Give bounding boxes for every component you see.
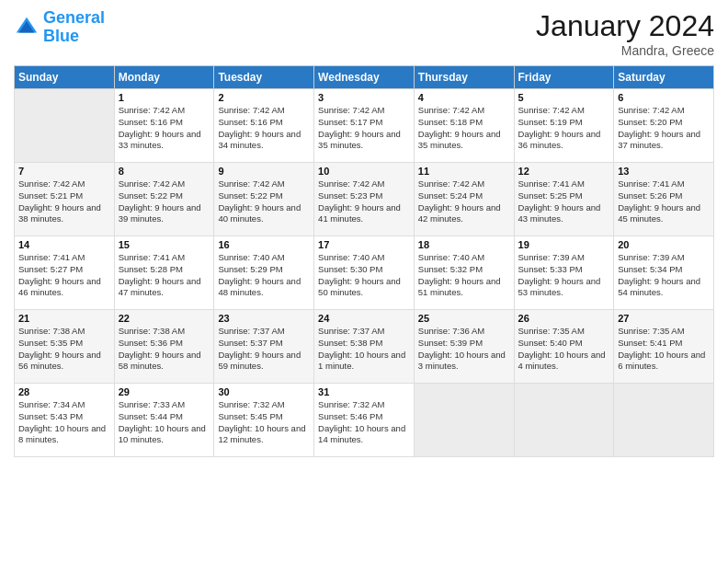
calendar-cell: 27Sunrise: 7:35 AMSunset: 5:41 PMDayligh… <box>614 310 714 384</box>
week-row-1: 1Sunrise: 7:42 AMSunset: 5:16 PMDaylight… <box>15 89 714 163</box>
calendar-cell: 12Sunrise: 7:41 AMSunset: 5:25 PMDayligh… <box>514 163 614 236</box>
day-number: 2 <box>218 92 310 103</box>
day-info: Sunrise: 7:42 AMSunset: 5:16 PMDaylight:… <box>119 105 210 152</box>
page-container: General Blue January 2024 Mandra, Greece… <box>0 0 728 466</box>
calendar-cell: 14Sunrise: 7:41 AMSunset: 5:27 PMDayligh… <box>15 236 115 310</box>
logo-blue: Blue <box>43 27 79 45</box>
day-info: Sunrise: 7:37 AMSunset: 5:37 PMDaylight:… <box>218 326 310 373</box>
day-info: Sunrise: 7:42 AMSunset: 5:22 PMDaylight:… <box>218 178 310 225</box>
calendar-cell: 5Sunrise: 7:42 AMSunset: 5:19 PMDaylight… <box>514 89 614 163</box>
day-info: Sunrise: 7:41 AMSunset: 5:28 PMDaylight:… <box>119 252 210 299</box>
logo-general: General <box>43 8 105 27</box>
day-info: Sunrise: 7:38 AMSunset: 5:35 PMDaylight:… <box>18 326 110 373</box>
calendar-cell: 3Sunrise: 7:42 AMSunset: 5:17 PMDaylight… <box>314 89 415 163</box>
day-info: Sunrise: 7:42 AMSunset: 5:16 PMDaylight:… <box>218 105 310 152</box>
calendar-cell: 6Sunrise: 7:42 AMSunset: 5:20 PMDaylight… <box>614 89 714 163</box>
day-number: 19 <box>518 239 610 250</box>
weekday-header-row: SundayMondayTuesdayWednesdayThursdayFrid… <box>15 66 714 89</box>
day-number: 4 <box>418 92 510 103</box>
day-info: Sunrise: 7:40 AMSunset: 5:32 PMDaylight:… <box>418 252 510 299</box>
day-info: Sunrise: 7:42 AMSunset: 5:23 PMDaylight:… <box>318 178 410 225</box>
day-info: Sunrise: 7:42 AMSunset: 5:21 PMDaylight:… <box>18 178 110 225</box>
calendar-cell: 20Sunrise: 7:39 AMSunset: 5:34 PMDayligh… <box>614 236 714 310</box>
logo-icon <box>14 15 40 40</box>
day-info: Sunrise: 7:35 AMSunset: 5:41 PMDaylight:… <box>618 326 710 373</box>
day-info: Sunrise: 7:38 AMSunset: 5:36 PMDaylight:… <box>119 326 210 373</box>
weekday-header-tuesday: Tuesday <box>214 66 314 89</box>
weekday-header-monday: Monday <box>114 66 214 89</box>
day-number: 3 <box>318 92 410 103</box>
location: Mandra, Greece <box>536 43 714 58</box>
day-info: Sunrise: 7:41 AMSunset: 5:25 PMDaylight:… <box>518 178 610 225</box>
calendar-cell <box>414 384 514 457</box>
week-row-2: 7Sunrise: 7:42 AMSunset: 5:21 PMDaylight… <box>15 163 714 236</box>
calendar-cell: 21Sunrise: 7:38 AMSunset: 5:35 PMDayligh… <box>15 310 115 384</box>
weekday-header-thursday: Thursday <box>414 66 514 89</box>
day-number: 30 <box>218 386 310 397</box>
day-info: Sunrise: 7:37 AMSunset: 5:38 PMDaylight:… <box>318 326 410 373</box>
calendar-cell: 8Sunrise: 7:42 AMSunset: 5:22 PMDaylight… <box>114 163 214 236</box>
calendar-cell: 7Sunrise: 7:42 AMSunset: 5:21 PMDaylight… <box>15 163 115 236</box>
day-number: 12 <box>518 166 610 177</box>
day-number: 5 <box>518 92 610 103</box>
day-number: 28 <box>18 386 110 397</box>
page-header: General Blue January 2024 Mandra, Greece <box>14 9 714 58</box>
calendar-cell: 2Sunrise: 7:42 AMSunset: 5:16 PMDaylight… <box>214 89 314 163</box>
week-row-4: 21Sunrise: 7:38 AMSunset: 5:35 PMDayligh… <box>15 310 714 384</box>
day-info: Sunrise: 7:41 AMSunset: 5:27 PMDaylight:… <box>18 252 110 299</box>
calendar-cell: 15Sunrise: 7:41 AMSunset: 5:28 PMDayligh… <box>114 236 214 310</box>
calendar-cell: 11Sunrise: 7:42 AMSunset: 5:24 PMDayligh… <box>414 163 514 236</box>
calendar-cell: 22Sunrise: 7:38 AMSunset: 5:36 PMDayligh… <box>114 310 214 384</box>
day-number: 22 <box>119 313 210 324</box>
day-number: 18 <box>418 239 510 250</box>
weekday-header-friday: Friday <box>514 66 614 89</box>
day-number: 8 <box>119 166 210 177</box>
day-info: Sunrise: 7:35 AMSunset: 5:40 PMDaylight:… <box>518 326 610 373</box>
week-row-5: 28Sunrise: 7:34 AMSunset: 5:43 PMDayligh… <box>15 384 714 457</box>
calendar-table: SundayMondayTuesdayWednesdayThursdayFrid… <box>14 65 714 457</box>
day-number: 27 <box>618 313 710 324</box>
day-info: Sunrise: 7:39 AMSunset: 5:33 PMDaylight:… <box>518 252 610 299</box>
day-info: Sunrise: 7:33 AMSunset: 5:44 PMDaylight:… <box>119 399 210 446</box>
day-number: 16 <box>218 239 310 250</box>
calendar-cell <box>614 384 714 457</box>
day-number: 26 <box>518 313 610 324</box>
day-number: 23 <box>218 313 310 324</box>
month-title: January 2024 <box>536 9 714 43</box>
day-info: Sunrise: 7:42 AMSunset: 5:22 PMDaylight:… <box>119 178 210 225</box>
day-number: 6 <box>618 92 710 103</box>
calendar-cell: 30Sunrise: 7:32 AMSunset: 5:45 PMDayligh… <box>214 384 314 457</box>
day-info: Sunrise: 7:39 AMSunset: 5:34 PMDaylight:… <box>618 252 710 299</box>
calendar-cell: 31Sunrise: 7:32 AMSunset: 5:46 PMDayligh… <box>314 384 415 457</box>
day-info: Sunrise: 7:42 AMSunset: 5:19 PMDaylight:… <box>518 105 610 152</box>
calendar-cell: 29Sunrise: 7:33 AMSunset: 5:44 PMDayligh… <box>114 384 214 457</box>
calendar-cell: 10Sunrise: 7:42 AMSunset: 5:23 PMDayligh… <box>314 163 415 236</box>
week-row-3: 14Sunrise: 7:41 AMSunset: 5:27 PMDayligh… <box>15 236 714 310</box>
day-info: Sunrise: 7:42 AMSunset: 5:18 PMDaylight:… <box>418 105 510 152</box>
calendar-cell: 4Sunrise: 7:42 AMSunset: 5:18 PMDaylight… <box>414 89 514 163</box>
day-number: 14 <box>18 239 110 250</box>
calendar-cell: 9Sunrise: 7:42 AMSunset: 5:22 PMDaylight… <box>214 163 314 236</box>
day-info: Sunrise: 7:42 AMSunset: 5:20 PMDaylight:… <box>618 105 710 152</box>
calendar-cell: 23Sunrise: 7:37 AMSunset: 5:37 PMDayligh… <box>214 310 314 384</box>
weekday-header-saturday: Saturday <box>614 66 714 89</box>
day-number: 13 <box>618 166 710 177</box>
logo: General Blue <box>14 9 105 46</box>
calendar-cell <box>15 89 115 163</box>
calendar-cell: 26Sunrise: 7:35 AMSunset: 5:40 PMDayligh… <box>514 310 614 384</box>
day-number: 21 <box>18 313 110 324</box>
day-number: 29 <box>119 386 210 397</box>
day-number: 24 <box>318 313 410 324</box>
day-info: Sunrise: 7:32 AMSunset: 5:46 PMDaylight:… <box>318 399 410 446</box>
calendar-cell: 19Sunrise: 7:39 AMSunset: 5:33 PMDayligh… <box>514 236 614 310</box>
day-number: 17 <box>318 239 410 250</box>
day-info: Sunrise: 7:42 AMSunset: 5:24 PMDaylight:… <box>418 178 510 225</box>
day-number: 1 <box>119 92 210 103</box>
day-info: Sunrise: 7:41 AMSunset: 5:26 PMDaylight:… <box>618 178 710 225</box>
day-info: Sunrise: 7:40 AMSunset: 5:30 PMDaylight:… <box>318 252 410 299</box>
logo-text: General Blue <box>43 9 105 46</box>
weekday-header-wednesday: Wednesday <box>314 66 415 89</box>
day-info: Sunrise: 7:34 AMSunset: 5:43 PMDaylight:… <box>18 399 110 446</box>
calendar-cell: 25Sunrise: 7:36 AMSunset: 5:39 PMDayligh… <box>414 310 514 384</box>
day-number: 15 <box>119 239 210 250</box>
